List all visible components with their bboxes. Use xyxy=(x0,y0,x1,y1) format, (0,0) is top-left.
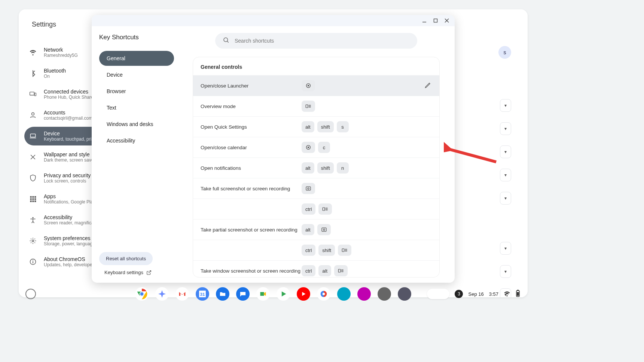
sidebar-item-subtitle: Keyboard, touchpad, print xyxy=(44,136,95,142)
sidebar-item-title: Accounts xyxy=(44,110,92,116)
launcher-button[interactable] xyxy=(25,289,36,299)
maximize-button[interactable] xyxy=(431,16,440,25)
close-button[interactable] xyxy=(442,16,452,25)
shortcut-keys xyxy=(302,183,421,194)
app-calendar[interactable]: 31 xyxy=(196,287,209,301)
desktop: Settings NetworkRameshreddy5GBluetoothOn… xyxy=(19,9,528,297)
bg-dropdown-column: ▾ ▾ ▾ ▾ ▾ ▾ ▾ ▾ xyxy=(500,99,511,297)
shortcut-keys xyxy=(302,101,421,112)
bg-dropdown[interactable]: ▾ xyxy=(500,145,511,158)
shortcut-row[interactable]: ctrlshift xyxy=(193,240,439,260)
battery-icon[interactable] xyxy=(516,290,520,298)
sidebar-item-subtitle: On xyxy=(44,74,66,79)
shortcut-row[interactable]: Open notificationsaltshiftn xyxy=(193,157,439,178)
category-accessibility[interactable]: Accessibility xyxy=(99,133,174,148)
svg-point-27 xyxy=(308,85,309,86)
svg-rect-34 xyxy=(306,187,311,190)
key-ctrl: ctrl xyxy=(302,265,315,276)
shelf-apps: 31 xyxy=(135,287,411,301)
edit-shortcut-button[interactable] xyxy=(424,81,432,90)
category-general[interactable]: General xyxy=(99,51,174,66)
app-meet[interactable] xyxy=(256,287,270,301)
app-app1[interactable] xyxy=(337,287,351,301)
notification-badge[interactable]: 3 xyxy=(455,290,463,298)
svg-rect-11 xyxy=(30,200,32,202)
svg-rect-36 xyxy=(323,208,325,211)
shortcut-label: Open/close Launcher xyxy=(201,83,302,89)
shortcut-row[interactable]: Overview mode xyxy=(193,96,439,116)
sidebar-item-subtitle: contactsqiril@gmail.com xyxy=(44,116,92,121)
search-input[interactable] xyxy=(215,33,417,49)
a11y-icon xyxy=(29,216,37,224)
shortcut-keys: c xyxy=(302,142,421,153)
shortcut-row[interactable]: Open Quick Settingsaltshifts xyxy=(193,116,439,137)
bg-dropdown[interactable]: ▾ xyxy=(500,99,511,112)
bg-dropdown[interactable]: ▾ xyxy=(500,242,511,255)
shortcut-row[interactable]: Take full screenshot or screen recording xyxy=(193,178,439,199)
category-browser[interactable]: Browser xyxy=(99,84,174,99)
app-settings[interactable] xyxy=(378,287,391,301)
tray: 3 Sep 16 3:57 xyxy=(427,289,520,299)
svg-point-66 xyxy=(339,289,349,299)
bg-chip[interactable]: s xyxy=(498,46,511,59)
category-windows-and-desks[interactable]: Windows and desks xyxy=(99,117,174,132)
shortcut-label: Open notifications xyxy=(201,165,302,171)
svg-point-69 xyxy=(400,289,410,299)
svg-rect-0 xyxy=(30,92,34,95)
minimize-button[interactable] xyxy=(419,16,429,25)
app-gmail[interactable] xyxy=(176,287,189,301)
app-messages[interactable] xyxy=(236,287,250,301)
sidebar-item-title: Wallpaper and style xyxy=(44,151,95,157)
tray-pill[interactable] xyxy=(427,289,449,299)
window-titlebar xyxy=(92,15,455,26)
svg-point-2 xyxy=(32,113,34,115)
search-shortcuts xyxy=(215,33,417,49)
svg-line-23 xyxy=(149,270,151,273)
laptop-icon xyxy=(29,132,37,140)
sidebar-item-title: Device xyxy=(44,131,95,136)
svg-point-15 xyxy=(32,240,34,242)
app-files[interactable] xyxy=(216,287,229,301)
shortcuts-sidebar: Key Shortcuts GeneralDeviceBrowserTextWi… xyxy=(92,26,178,283)
reset-all-shortcuts-button[interactable]: Reset all shortcuts xyxy=(99,252,153,265)
sidebar-item-title: Apps xyxy=(44,193,95,199)
svg-rect-28 xyxy=(306,105,308,108)
svg-point-24 xyxy=(224,38,228,42)
tray-date[interactable]: Sep 16 xyxy=(468,291,483,297)
app-youtube[interactable] xyxy=(297,287,310,301)
sidebar-item-subtitle: Notifications, Google Play xyxy=(44,199,95,205)
external-link-icon xyxy=(146,270,152,275)
key-shift: shift xyxy=(318,245,335,256)
app-app3[interactable] xyxy=(398,287,411,301)
svg-rect-7 xyxy=(34,196,36,198)
category-text[interactable]: Text xyxy=(99,100,174,115)
shortcut-row[interactable]: Open/close Launcher xyxy=(193,75,439,96)
keyboard-settings-link[interactable]: Keyboard settings xyxy=(99,270,174,275)
bg-dropdown[interactable]: ▾ xyxy=(500,169,511,181)
devices-icon xyxy=(29,90,37,98)
shortcut-row[interactable]: Open/close calendarc xyxy=(193,137,439,157)
bg-dropdown[interactable]: ▾ xyxy=(500,192,511,205)
shortcut-label: Open/close calendar xyxy=(201,145,302,150)
svg-point-52 xyxy=(140,292,144,296)
app-app2[interactable] xyxy=(357,287,371,301)
sidebar-item-title: Bluetooth xyxy=(44,68,66,74)
svg-point-41 xyxy=(323,229,325,230)
shortcut-row[interactable]: Take window screenshot or screen recordi… xyxy=(193,260,439,277)
svg-rect-12 xyxy=(32,200,34,202)
sidebar-item-subtitle: Storage, power, language xyxy=(44,241,95,246)
account-icon xyxy=(29,111,37,119)
app-gemini[interactable] xyxy=(155,287,169,301)
bg-dropdown[interactable]: ▾ xyxy=(500,265,511,278)
app-play[interactable] xyxy=(277,287,290,301)
shortcut-row[interactable]: ctrl xyxy=(193,199,439,219)
app-chrome[interactable] xyxy=(135,287,149,301)
shortcut-row[interactable]: Take partial screenshot or screen record… xyxy=(193,219,439,240)
wifi-icon[interactable] xyxy=(504,290,510,298)
category-device[interactable]: Device xyxy=(99,67,174,82)
app-photos[interactable] xyxy=(317,287,330,301)
shortcut-label: Overview mode xyxy=(201,104,302,109)
info-icon xyxy=(29,258,37,266)
bg-dropdown[interactable]: ▾ xyxy=(500,122,511,135)
tray-time[interactable]: 3:57 xyxy=(489,291,498,297)
